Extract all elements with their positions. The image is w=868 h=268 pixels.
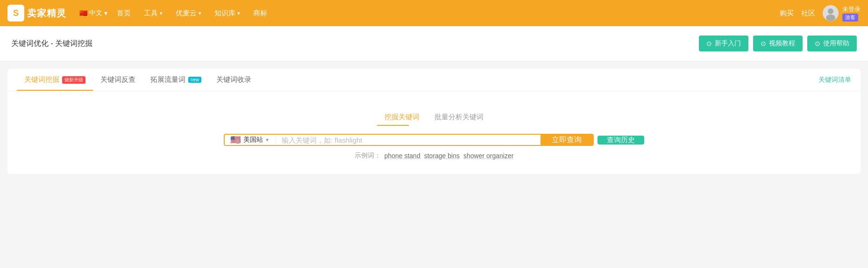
- user-badge: 游客: [842, 14, 858, 22]
- nav-knowledge[interactable]: 知识库 ▾: [209, 6, 246, 21]
- history-button[interactable]: 查询历史: [598, 136, 644, 145]
- us-flag-icon: 🇺🇸: [230, 135, 241, 145]
- logo-icon: S: [7, 5, 24, 22]
- tab-keywords-expand[interactable]: 拓展流量词 new: [143, 69, 209, 91]
- user-area[interactable]: 未登录 游客: [823, 5, 861, 22]
- tab-keywords-check[interactable]: 关键词反查: [93, 69, 143, 91]
- user-info: 未登录 游客: [842, 5, 861, 22]
- header-right: 购买 社区 未登录 游客: [780, 5, 861, 22]
- chevron-down-icon: ▾: [199, 10, 201, 16]
- example-2[interactable]: storage bins: [424, 152, 460, 159]
- circle-play-icon: ⊙: [706, 40, 712, 47]
- search-input[interactable]: [276, 135, 541, 145]
- keywords-list-link[interactable]: 关键词清单: [818, 76, 851, 84]
- main-nav: 首页 工具 ▾ 优麦云 ▾ 知识库 ▾ 商标: [111, 6, 780, 21]
- sub-tab-batch[interactable]: 批量分析关键词: [427, 110, 491, 124]
- user-not-logged-text: 未登录: [842, 5, 861, 14]
- help-button[interactable]: ⊙ 使用帮助: [807, 36, 857, 51]
- flag-icon: 🇨🇳: [79, 9, 87, 17]
- tab-bar: 关键词挖掘 烧新升级 关键词反查 拓展流量词 new 关键词收录 关键词清单: [7, 69, 861, 91]
- main-header: S 卖家精灵 🇨🇳 中文 ▾ 首页 工具 ▾ 优麦云 ▾ 知识库 ▾ 商标 购买…: [0, 0, 868, 26]
- search-section: 挖掘关键词 批量分析关键词 🇺🇸 美国站 ▾ 立即查询 查询历史 示例词： ph…: [7, 91, 861, 174]
- chevron-down-icon: ▾: [160, 10, 163, 16]
- main-content: 关键词挖掘 烧新升级 关键词反查 拓展流量词 new 关键词收录 关键词清单 挖…: [7, 69, 861, 174]
- language-selector[interactable]: 🇨🇳 中文 ▾: [76, 7, 111, 19]
- community-link[interactable]: 社区: [801, 9, 815, 18]
- chevron-down-icon: ▾: [104, 9, 107, 17]
- help-icon: ⊙: [815, 40, 820, 47]
- buy-link[interactable]: 购买: [780, 9, 794, 18]
- site-label: 美国站: [243, 136, 263, 144]
- video-icon: ⊙: [761, 40, 766, 47]
- logo-text: 卖家精灵: [27, 7, 66, 20]
- svg-point-2: [826, 14, 835, 21]
- site-selector[interactable]: 🇺🇸 美国站 ▾: [225, 135, 276, 145]
- logo[interactable]: S 卖家精灵: [7, 5, 66, 22]
- chevron-down-icon: ▾: [237, 10, 240, 16]
- avatar: [823, 5, 839, 21]
- nav-youmai[interactable]: 优麦云 ▾: [170, 6, 207, 21]
- nav-tools[interactable]: 工具 ▾: [138, 6, 168, 21]
- svg-point-1: [828, 8, 833, 14]
- chevron-down-icon: ▾: [266, 137, 269, 143]
- video-button[interactable]: ⊙ 视频教程: [753, 36, 803, 51]
- new-badge: new: [188, 77, 201, 83]
- page-header: 关键词优化 - 关键词挖掘 ⊙ 新手入门 ⊙ 视频教程 ⊙ 使用帮助: [0, 26, 868, 61]
- sub-tab-dig[interactable]: 挖掘关键词: [377, 110, 427, 124]
- search-sub-tabs: 挖掘关键词 批量分析关键词: [377, 110, 491, 124]
- search-button[interactable]: 立即查询: [541, 135, 593, 145]
- nav-trademark[interactable]: 商标: [248, 6, 273, 21]
- page-title: 关键词优化 - 关键词挖掘: [11, 39, 92, 49]
- header-buttons: ⊙ 新手入门 ⊙ 视频教程 ⊙ 使用帮助: [699, 36, 857, 51]
- tab-keywords-dig[interactable]: 关键词挖掘 烧新升级: [17, 69, 93, 91]
- example-1[interactable]: phone stand: [384, 152, 420, 159]
- examples-label: 示例词：: [355, 152, 381, 160]
- bottom-area: [7, 181, 861, 210]
- tab-keywords-collect[interactable]: 关键词收录: [209, 69, 259, 91]
- beginner-button[interactable]: ⊙ 新手入门: [699, 36, 748, 51]
- lang-label: 中文: [89, 9, 102, 17]
- hot-badge: 烧新升级: [62, 76, 85, 84]
- nav-home[interactable]: 首页: [111, 6, 136, 21]
- examples-row: 示例词： phone stand storage bins shower org…: [355, 152, 514, 160]
- search-bar: 🇺🇸 美国站 ▾ 立即查询: [224, 134, 594, 146]
- example-3[interactable]: shower organizer: [463, 152, 513, 159]
